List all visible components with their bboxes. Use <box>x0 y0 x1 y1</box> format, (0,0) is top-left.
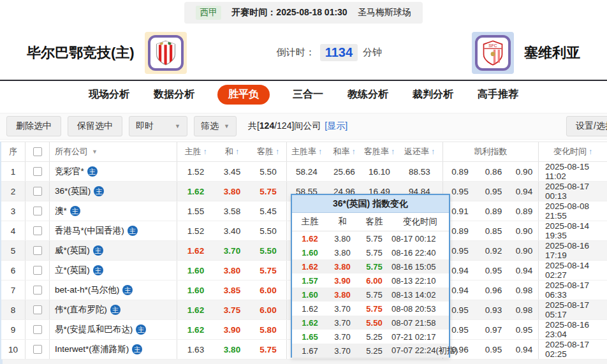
change-time: 2025-08-16 23:04 <box>539 320 607 339</box>
away-odds: 5.50 <box>250 221 287 240</box>
company-name[interactable]: 竞彩官*主 <box>50 162 177 181</box>
row-checkbox[interactable] <box>33 246 42 255</box>
company-name[interactable]: Interwet*(塞浦路斯)主 <box>50 340 177 359</box>
main-company-badge-icon: 主 <box>132 344 142 354</box>
row-checkbox[interactable] <box>33 345 42 354</box>
company-name[interactable]: 香港马*(中国香港)主 <box>50 221 177 240</box>
countdown-unit: 分钟 <box>363 47 382 59</box>
popup-home-odds: 1.60 <box>292 248 328 258</box>
col-company[interactable]: 所有公司 ▼ <box>50 142 177 161</box>
popup-draw-odds: 3.80 <box>328 290 357 300</box>
popup-row: 1.653.705.2507-21 02:17 <box>292 330 449 344</box>
col-home-odds[interactable]: 主胜↑ <box>177 142 214 161</box>
delete-selected-button[interactable]: 删除选中 <box>6 116 61 136</box>
change-time: 2025-08-08 21:55 <box>539 201 607 221</box>
company-name[interactable]: 伟*(直布罗陀)主 <box>50 300 177 319</box>
popup-change-time: 08-08 20:53 <box>391 304 449 314</box>
popup-change-time: 08-16 22:40 <box>391 248 449 258</box>
popup-home-odds: 1.62 <box>292 304 328 314</box>
popup-row: 1.603.805.7508-13 14:02 <box>292 288 449 302</box>
row-checkbox[interactable] <box>33 266 42 275</box>
company-name[interactable]: 立*(英国)主 <box>50 261 177 280</box>
col-payout-rate[interactable]: 返还率↑ <box>397 142 443 161</box>
popup-home-odds: 1.62 <box>292 262 328 272</box>
sort-up-icon: ↑ <box>589 147 592 156</box>
kelly-away: 0.94 <box>510 340 539 359</box>
svg-text:SFC: SFC <box>488 43 497 47</box>
col-no[interactable]: 序 <box>1 142 26 161</box>
row-checkbox[interactable] <box>33 286 42 295</box>
change-time: 2025-08-14 02:27 <box>539 261 607 280</box>
kelly-home: 0.89 <box>443 162 477 181</box>
home-odds: 1.52 <box>177 162 214 181</box>
settings-button[interactable]: 设置/选择 <box>566 116 607 136</box>
row-checkbox[interactable] <box>33 167 42 176</box>
row-checkbox-cell <box>26 221 50 240</box>
row-checkbox[interactable] <box>33 187 42 196</box>
select-all-checkbox[interactable] <box>33 147 42 156</box>
table-row[interactable]: 1竞彩官*主1.523.455.5058.2425.6616.1088.530.… <box>1 162 607 182</box>
kelly-draw: 0.92 <box>477 241 510 260</box>
filter-dropdown[interactable]: 筛选 ▼ <box>194 116 237 136</box>
countdown: 倒计时： 1134 分钟 <box>187 44 472 61</box>
tab-三合一[interactable]: 三合一 <box>291 85 325 105</box>
company-name[interactable]: 易*(安提瓜和巴布达)主 <box>50 320 177 339</box>
tab-数据分析[interactable]: 数据分析 <box>152 85 196 105</box>
col-draw-odds[interactable]: 和↑ <box>214 142 250 161</box>
draw-odds: 3.75 <box>214 300 250 319</box>
kelly-away: 0.94 <box>510 182 539 201</box>
popup-change-time: 08-07 21:58 <box>391 318 449 328</box>
company-name[interactable]: bet-at-h*(马尔他)主 <box>50 280 177 300</box>
change-time: 2025-08-17 05:17 <box>539 300 607 319</box>
keep-selected-button[interactable]: 保留选中 <box>68 116 122 136</box>
popup-away-odds: 6.00 <box>357 276 391 286</box>
company-label: Interwet*(塞浦路斯) <box>55 344 129 355</box>
tab-裁判分析[interactable]: 裁判分析 <box>411 85 455 105</box>
tab-现场分析[interactable]: 现场分析 <box>87 85 131 105</box>
odds-change-popup: 36*(英国) 指数变化 主胜 和 客胜 变化时间 1.623.805.7508… <box>291 194 450 358</box>
company-name[interactable]: 威*(英国)主 <box>50 241 177 260</box>
popup-home-odds: 1.62 <box>292 234 328 244</box>
popup-draw-odds: 3.90 <box>328 276 357 286</box>
col-away-odds[interactable]: 客胜↑ <box>250 142 287 161</box>
main-company-badge-icon: 主 <box>93 245 103 256</box>
row-checkbox-cell <box>26 340 50 359</box>
league-badge: 西甲 <box>196 6 221 20</box>
row-checkbox[interactable] <box>33 325 42 334</box>
tab-胜平负[interactable]: 胜平负 <box>217 85 270 105</box>
popup-draw-odds: 3.80 <box>328 234 357 244</box>
teams-row: 毕尔巴鄂竞技(主) 倒计时： 1134 <box>0 25 607 80</box>
popup-home-odds: 1.65 <box>292 332 328 342</box>
popup-col-home: 主胜 <box>292 216 328 228</box>
col-away-rate[interactable]: 客胜率↑ <box>362 142 397 161</box>
instant-dropdown[interactable]: 即时 ▼ <box>129 116 187 136</box>
company-name[interactable]: 36*(英国)主 <box>50 182 177 201</box>
home-odds: 1.62 <box>177 300 214 319</box>
sort-up-icon: ↑ <box>203 147 207 156</box>
draw-odds: 3.85 <box>214 280 250 300</box>
popup-away-odds: 5.25 <box>357 346 391 356</box>
col-draw-rate[interactable]: 和率↑ <box>326 142 362 161</box>
row-no: 7 <box>1 280 26 300</box>
kickoff-time: 开赛时间：2025-08-18 01:30 <box>231 7 347 18</box>
row-checkbox[interactable] <box>33 305 42 314</box>
away-odds: 5.80 <box>250 320 287 339</box>
nav-tabs: 现场分析数据分析胜平负三合一教练分析裁判分析高手推荐 <box>0 80 607 108</box>
row-checkbox[interactable] <box>33 226 42 235</box>
popup-home-odds: 1.67 <box>292 346 328 356</box>
company-name[interactable]: 澳*主 <box>50 201 177 221</box>
home-odds: 1.60 <box>177 280 214 300</box>
payout-rate: 88.53 <box>397 162 443 181</box>
col-home-rate[interactable]: 主胜率↑ <box>287 142 326 161</box>
row-no: 10 <box>1 340 26 359</box>
main-company-badge-icon: 主 <box>122 285 133 295</box>
home-rate: 58.24 <box>287 162 326 181</box>
tab-高手推荐[interactable]: 高手推荐 <box>476 85 520 105</box>
row-no: 3 <box>1 201 26 221</box>
col-change-time[interactable]: 变化时间↑ <box>539 142 607 161</box>
away-odds: 5.75 <box>250 261 287 280</box>
tab-教练分析[interactable]: 教练分析 <box>346 85 390 105</box>
show-link[interactable]: [显示] <box>325 120 347 132</box>
row-no: 1 <box>1 162 26 181</box>
row-checkbox[interactable] <box>33 207 42 215</box>
